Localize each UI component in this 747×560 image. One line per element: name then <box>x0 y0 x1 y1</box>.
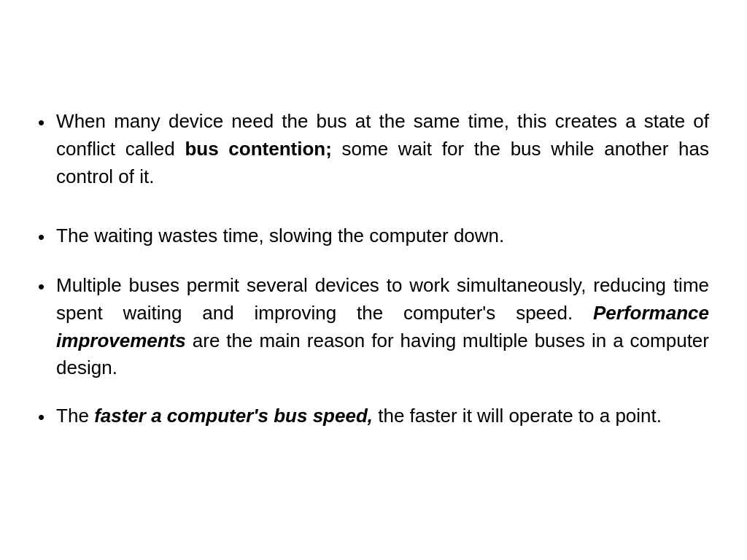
list-item-4: • The faster a computer's bus speed, the… <box>38 402 709 432</box>
list-item-2: • The waiting wastes time, slowing the c… <box>38 222 709 252</box>
slide-content: • When many device need the bus at the s… <box>16 93 731 466</box>
bullet-1: • <box>38 109 44 137</box>
list-item-1-bold: bus contention; <box>185 138 331 160</box>
list-item-4-text-part2: the faster it will operate to a point. <box>373 405 662 427</box>
list-item-2-text: The waiting wastes time, slowing the com… <box>56 222 709 250</box>
list-item-4-text: The faster a computer's bus speed, the f… <box>56 402 709 430</box>
bullet-list: • When many device need the bus at the s… <box>38 108 709 431</box>
list-item-3-text: Multiple buses permit several devices to… <box>56 272 709 382</box>
list-item-4-bold-italic: faster a computer's bus speed, <box>94 405 373 427</box>
bullet-2: • <box>38 224 44 252</box>
list-item-1-text: When many device need the bus at the sam… <box>56 108 709 190</box>
list-item-1: • When many device need the bus at the s… <box>38 108 709 190</box>
list-item-4-text-part1: The <box>56 405 94 427</box>
bullet-3: • <box>38 273 44 301</box>
list-item-3: • Multiple buses permit several devices … <box>38 272 709 382</box>
bullet-4: • <box>38 404 44 432</box>
